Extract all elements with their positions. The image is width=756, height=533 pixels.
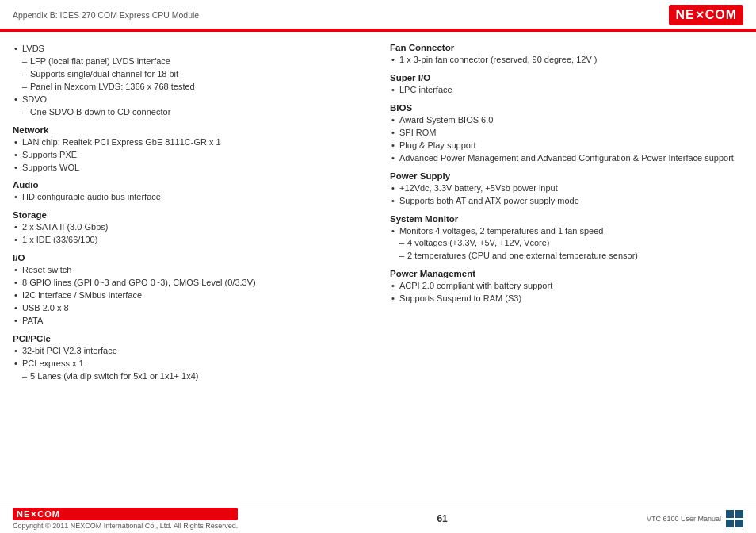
svg-rect-0 xyxy=(726,510,734,518)
list-item: 8 GPIO lines (GPI 0~3 and GPO 0~3), CMOS… xyxy=(13,277,366,290)
svg-rect-2 xyxy=(726,520,734,527)
network-list: LAN chip: Realtek PCI Express GbE 8111C-… xyxy=(13,136,366,174)
list-item: 5 Lanes (via dip switch for 5x1 or 1x1+ … xyxy=(13,370,366,383)
list-item: PATA xyxy=(13,315,366,328)
header: Appendix B: ICES 270 COM Express CPU Mod… xyxy=(0,0,756,29)
list-item: ACPI 2.0 compliant with battery support xyxy=(390,280,743,293)
bios-list: Award System BIOS 6.0 SPI ROM Plug & Pla… xyxy=(390,114,743,165)
list-item: 32-bit PCI V2.3 interface xyxy=(13,345,366,358)
section-title-superio: Super I/O xyxy=(390,73,743,82)
right-column: Fan Connector 1 x 3-pin fan connector (r… xyxy=(382,43,743,383)
footer-icon xyxy=(726,510,743,527)
power-mgmt-list: ACPI 2.0 compliant with battery support … xyxy=(390,280,743,305)
list-item: HD configurable audio bus interface xyxy=(13,191,366,204)
list-item: LAN chip: Realtek PCI Express GbE 8111C-… xyxy=(13,136,366,149)
footer-logo: NE✕COM xyxy=(13,508,238,520)
list-item: 2 x SATA II (3.0 Gbps) xyxy=(13,221,366,234)
list-item: LVDS xyxy=(13,43,366,56)
fan-list: 1 x 3-pin fan connector (reserved, 90 de… xyxy=(390,54,743,67)
list-item: Reset switch xyxy=(13,264,366,277)
section-title-bios: BIOS xyxy=(390,103,743,113)
list-item: Award System BIOS 6.0 xyxy=(390,114,743,127)
list-item: Advanced Power Management and Advanced C… xyxy=(390,152,743,165)
list-item: Supports WOL xyxy=(13,162,366,174)
footer: NE✕COM Copyright © 2011 NEXCOM Internati… xyxy=(0,504,756,533)
list-item: SDVO xyxy=(13,94,366,106)
io-list: Reset switch 8 GPIO lines (GPI 0~3 and G… xyxy=(13,264,366,328)
footer-logo-text: NE✕COM xyxy=(17,509,60,519)
section-title-power-mgmt: Power Management xyxy=(390,269,743,278)
left-column: LVDS LFP (local flat panel) LVDS interfa… xyxy=(13,43,374,383)
list-item: Plug & Play support xyxy=(390,140,743,152)
list-item: +12Vdc, 3.3V battery, +5Vsb power input xyxy=(390,182,743,195)
footer-right-area: VTC 6100 User Manual xyxy=(647,510,743,527)
list-item: One SDVO B down to CD connector xyxy=(13,106,366,119)
list-item: 2 temperatures (CPU and one external tem… xyxy=(390,250,743,263)
list-item: I2C interface / SMbus interface xyxy=(13,290,366,302)
list-item: Supports PXE xyxy=(13,149,366,162)
logo-text: NE✕COM xyxy=(675,8,737,22)
svg-rect-1 xyxy=(735,510,743,518)
section-title-power-supply: Power Supply xyxy=(390,171,743,181)
list-item: 4 voltages (+3.3V, +5V, +12V, Vcore) xyxy=(390,237,743,250)
storage-list: 2 x SATA II (3.0 Gbps) 1 x IDE (33/66/10… xyxy=(13,221,366,247)
superio-list: LPC interface xyxy=(390,84,743,97)
header-logo: NE✕COM xyxy=(669,5,743,25)
list-item: PCI express x 1 xyxy=(13,358,366,370)
section-title-pci: PCI/PCIe xyxy=(13,334,366,343)
section-title-fan: Fan Connector xyxy=(390,43,743,52)
section-title-audio: Audio xyxy=(13,180,366,190)
footer-left: NE✕COM Copyright © 2011 NEXCOM Internati… xyxy=(13,508,238,530)
audio-list: HD configurable audio bus interface xyxy=(13,191,366,204)
svg-rect-3 xyxy=(735,520,743,527)
list-item: Monitors 4 voltages, 2 temperatures and … xyxy=(390,225,743,238)
list-item: USB 2.0 x 8 xyxy=(13,302,366,315)
list-item: Supports both AT and ATX power supply mo… xyxy=(390,195,743,208)
list-item: LFP (local flat panel) LVDS interface xyxy=(13,56,366,68)
section-title-network: Network xyxy=(13,125,366,135)
header-title: Appendix B: ICES 270 COM Express CPU Mod… xyxy=(13,10,199,20)
list-item: Panel in Nexcom LVDS: 1366 x 768 tested xyxy=(13,81,366,94)
section-title-system-monitor: System Monitor xyxy=(390,214,743,224)
main-content: LVDS LFP (local flat panel) LVDS interfa… xyxy=(0,32,756,383)
footer-page-number: 61 xyxy=(437,513,447,524)
pci-list: 32-bit PCI V2.3 interface PCI express x … xyxy=(13,345,366,383)
section-title-io: I/O xyxy=(13,253,366,263)
list-item: Supports Suspend to RAM (S3) xyxy=(390,293,743,305)
intro-list: LVDS LFP (local flat panel) LVDS interfa… xyxy=(13,43,366,119)
footer-copyright: Copyright © 2011 NEXCOM International Co… xyxy=(13,522,238,530)
power-supply-list: +12Vdc, 3.3V battery, +5Vsb power input … xyxy=(390,182,743,208)
section-title-storage: Storage xyxy=(13,210,366,220)
list-item: 1 x IDE (33/66/100) xyxy=(13,234,366,247)
list-item: 1 x 3-pin fan connector (reserved, 90 de… xyxy=(390,54,743,67)
list-item: Supports single/dual channel for 18 bit xyxy=(13,68,366,81)
footer-product: VTC 6100 User Manual xyxy=(647,515,721,523)
list-item: LPC interface xyxy=(390,84,743,97)
system-monitor-list: Monitors 4 voltages, 2 temperatures and … xyxy=(390,225,743,263)
list-item: SPI ROM xyxy=(390,127,743,140)
